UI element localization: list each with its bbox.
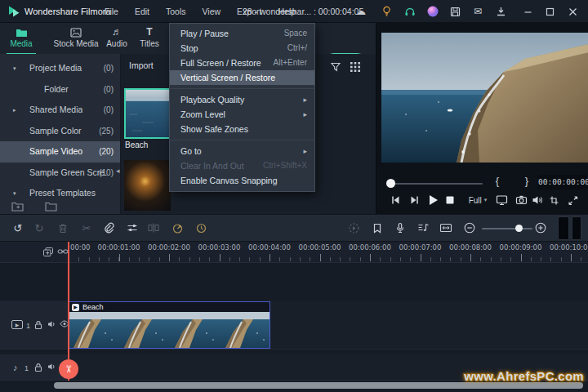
fit-dropdown[interactable]: Full ▾ (462, 192, 493, 208)
audio-track-number: 1 (24, 364, 29, 372)
speed-icon[interactable] (168, 215, 186, 241)
tree-caret-icon[interactable]: ▾ (13, 58, 16, 79)
tree-caret-icon[interactable]: ▸ (13, 100, 16, 121)
menu-item-full-screen-restore[interactable]: Full Screen / RestoreAlt+Enter (170, 56, 314, 70)
mute-speaker-icon[interactable] (47, 363, 56, 371)
cloud-icon[interactable]: ☁ (354, 5, 368, 18)
zoom-out-icon[interactable] (461, 215, 479, 241)
menu-item-vertical-screen-restore[interactable]: Vertical Screen / Restore (170, 70, 314, 85)
tab-stock-media[interactable]: Stock Media (47, 25, 105, 53)
lock-icon[interactable] (34, 320, 42, 330)
menu-item-label: Clear In And Out (180, 158, 263, 173)
menu-item-label: Playback Quality (180, 92, 300, 107)
download-icon[interactable] (494, 5, 507, 18)
bulb-icon[interactable] (380, 5, 393, 18)
sidebar-item-sample-green-scre[interactable]: Sample Green Scre...(10) (0, 163, 120, 184)
sidebar-item-folder[interactable]: Folder(0) (0, 79, 120, 100)
menu-item-show-safe-zones[interactable]: Show Safe Zones (170, 122, 314, 136)
marker-icon[interactable] (368, 215, 386, 241)
cut-at-playhead-button[interactable]: ✂ (59, 359, 78, 379)
vertical-preview-pane[interactable] (558, 216, 569, 240)
crop-icon[interactable] (546, 192, 562, 208)
sidebar-item-label: Sample Green Scre... (29, 163, 108, 184)
media-item-name: Beach (125, 140, 148, 149)
zoom-to-fit-icon[interactable] (437, 215, 455, 241)
duration-clock-icon[interactable] (192, 215, 210, 241)
crop-clip-icon[interactable] (100, 215, 118, 241)
ruler-timecode: 00:00:10:00 (550, 243, 588, 252)
scrubber-knob[interactable] (386, 179, 395, 188)
new-folder-icon[interactable] (11, 201, 24, 212)
zoom-slider-handle[interactable] (515, 225, 523, 232)
filmstrip-frame (69, 312, 120, 348)
avatar[interactable] (426, 5, 439, 18)
fullscreen-icon[interactable] (564, 192, 581, 208)
audio-mixer-icon[interactable] (414, 215, 432, 241)
preview-scrubber[interactable] (388, 183, 483, 185)
timeline-zoom-slider[interactable] (482, 228, 532, 229)
render-preview-icon[interactable] (345, 215, 363, 241)
timeline-horizontal-scrollbar[interactable] (54, 382, 583, 389)
sidebar-item-label: Project Media (29, 58, 82, 79)
ruler-timecode: 00:00:04:00 (248, 243, 291, 252)
menu-item-shortcut: Ctrl+Shift+X (263, 158, 307, 173)
menu-item-go-to[interactable]: Go to▸ (170, 144, 314, 158)
mute-speaker-icon[interactable] (47, 320, 56, 328)
sidebar-item-sample-video[interactable]: Sample Video(20) (0, 141, 120, 163)
detach-audio-icon[interactable] (145, 215, 163, 241)
next-frame-button[interactable] (407, 192, 423, 208)
media-thumbnail-fountain[interactable] (124, 160, 171, 211)
link-clips-icon[interactable] (57, 247, 69, 256)
media-thumbnail-beach[interactable] (124, 88, 171, 139)
tab-media[interactable]: Media (5, 25, 38, 53)
menubar-item-view[interactable]: View (194, 0, 229, 23)
previous-frame-button[interactable] (387, 192, 403, 208)
lock-icon[interactable] (34, 363, 42, 372)
filter-icon[interactable] (330, 61, 341, 73)
split-scissors-icon[interactable]: ✂ (78, 215, 96, 241)
close-icon[interactable] (566, 5, 579, 18)
menu-item-playback-quality[interactable]: Playback Quality▸ (170, 92, 314, 107)
maximize-icon[interactable] (543, 5, 556, 18)
play-button[interactable] (425, 192, 441, 208)
menu-item-play-pause[interactable]: Play / PauseSpace (170, 26, 314, 41)
vertical-preview-pane[interactable] (572, 216, 581, 240)
menu-separator (171, 140, 314, 140)
grid-view-icon[interactable] (350, 61, 361, 73)
stop-button[interactable] (442, 192, 458, 208)
zoom-in-icon[interactable] (532, 215, 550, 241)
menubar-item-file[interactable]: File (96, 0, 127, 23)
volume-icon[interactable] (529, 192, 546, 208)
tab-titles[interactable]: T Titles (133, 25, 166, 53)
sidebar-item-count: (25) (99, 121, 114, 142)
sidebar-item-project-media[interactable]: ▾Project Media(0) (0, 58, 120, 79)
menu-item-enable-canvas-snapping[interactable]: Enable Canvas Snapping (170, 173, 314, 188)
timeline-clip-beach[interactable]: ▶ Beach (69, 301, 270, 349)
import-button[interactable]: Import (129, 60, 154, 70)
headset-icon[interactable] (403, 5, 416, 18)
menu-item-stop[interactable]: StopCtrl+/ (170, 41, 314, 56)
snapshot-camera-icon[interactable] (513, 192, 529, 208)
open-folder-icon[interactable] (45, 201, 57, 212)
menubar-item-tools[interactable]: Tools (158, 0, 194, 23)
menu-item-zoom-level[interactable]: Zoom Level▸ (170, 107, 314, 122)
sidebar-item-count: (20) (99, 141, 114, 163)
mark-out-button[interactable]: } (520, 175, 533, 187)
sidebar-item-sample-color[interactable]: Sample Color(25) (0, 121, 120, 142)
tab-audio[interactable]: ♬ Audio (100, 25, 133, 53)
menubar-item-edit[interactable]: Edit (127, 0, 158, 23)
mark-in-button[interactable]: { (491, 175, 504, 187)
sidebar-item-shared-media[interactable]: ▸Shared Media(0) (0, 100, 120, 121)
display-device-icon[interactable] (493, 192, 510, 208)
undo-icon[interactable]: ↺ (9, 215, 27, 241)
save-icon[interactable] (448, 5, 461, 18)
manage-tracks-icon[interactable] (42, 247, 54, 257)
delete-icon[interactable] (54, 215, 72, 241)
record-voiceover-mic-icon[interactable] (391, 215, 409, 241)
mail-icon[interactable]: ✉ (471, 5, 484, 18)
collapse-panel-icon[interactable]: ◂ (116, 167, 120, 175)
adjust-properties-icon[interactable] (123, 215, 141, 241)
minimize-icon[interactable] (521, 5, 534, 18)
preview-video[interactable] (381, 33, 588, 163)
redo-icon[interactable]: ↻ (30, 215, 48, 241)
